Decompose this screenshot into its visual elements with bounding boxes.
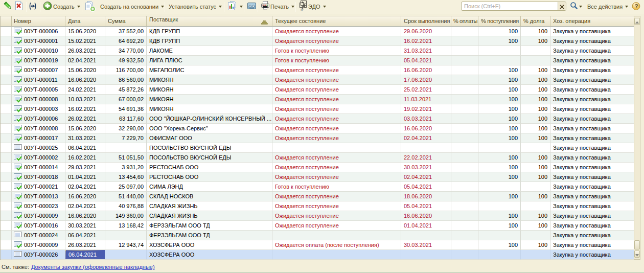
- svg-text:я: я: [301, 8, 303, 11]
- svg-text:?: ?: [635, 3, 638, 9]
